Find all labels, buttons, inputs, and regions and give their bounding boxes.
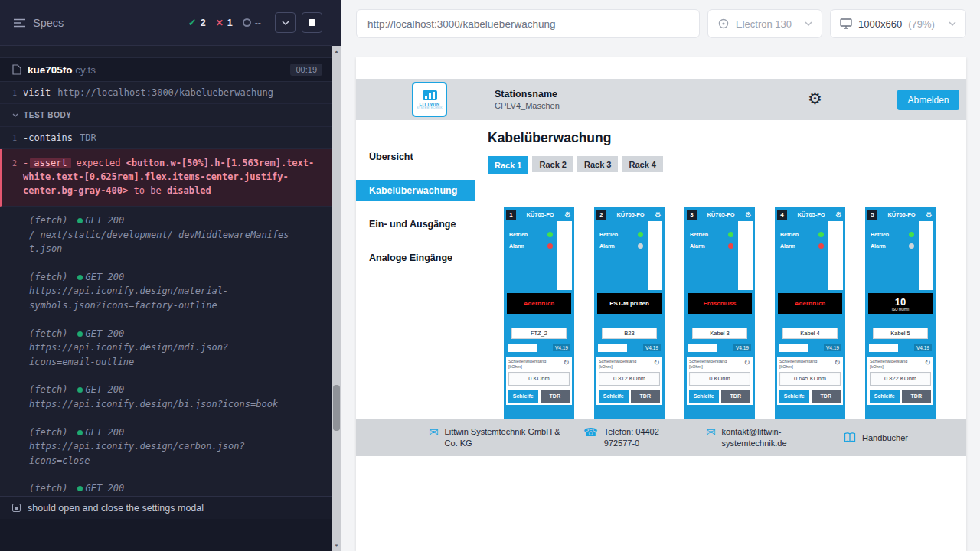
betrieb-led xyxy=(547,232,553,237)
device-gear-icon[interactable]: ⚙ xyxy=(655,211,662,219)
device-display xyxy=(557,221,572,290)
command-log: 1 visit http://localhost:3000/kabelueber… xyxy=(0,82,332,496)
device-cards: 1 KÜ705-FO ⚙ Betrieb Alarm xyxy=(504,207,966,437)
device-gear-icon[interactable]: ⚙ xyxy=(835,211,842,219)
spec-file-icon xyxy=(12,64,21,75)
device-gear-icon[interactable]: ⚙ xyxy=(564,211,571,219)
betrieb-led xyxy=(818,232,824,237)
device-gear-icon[interactable]: ⚙ xyxy=(926,211,933,219)
command-contains[interactable]: 1 -contains TDR xyxy=(0,127,332,149)
spec-header[interactable]: kue705fo.cy.ts 00:19 xyxy=(0,57,332,82)
device-number: 2 xyxy=(596,210,606,220)
tdr-button[interactable]: TDR xyxy=(902,390,932,403)
refresh-icon[interactable]: ↻ xyxy=(925,359,931,367)
fetch-log-entry[interactable]: (fetch)GET 200 /_next/static/development… xyxy=(0,207,332,263)
schleife-button[interactable]: Schleife xyxy=(689,390,719,403)
reporter-scrollbar[interactable]: ▲ ▼ xyxy=(332,0,341,551)
alarm-led xyxy=(909,243,914,249)
version-display xyxy=(869,344,898,352)
footer-manuals[interactable]: Handbücher xyxy=(844,432,908,444)
device-card: 2 KÜ705-FO ⚙ Betrieb Alarm xyxy=(594,207,665,437)
specs-menu-icon[interactable] xyxy=(14,18,25,28)
device-card: 3 KÜ705-FO ⚙ Betrieb Alarm xyxy=(684,207,755,437)
tab-rack-1[interactable]: Rack 1 xyxy=(488,156,528,174)
refresh-icon[interactable]: ↻ xyxy=(835,359,841,367)
footer-email[interactable]: ✉ kontakt@littwin-systemtechnik.de xyxy=(706,426,784,449)
tdr-button[interactable]: TDR xyxy=(541,390,570,403)
version-display xyxy=(688,344,717,352)
fetch-log-entry[interactable]: (fetch)GET 200 https://api.iconify.desig… xyxy=(0,474,332,496)
nav-item-kabelueberwachung[interactable]: Kabelüberwachung xyxy=(356,180,475,201)
scroll-up-arrow[interactable]: ▲ xyxy=(335,46,339,57)
device-display xyxy=(648,221,662,290)
device-model: KÜ705-FO xyxy=(789,211,833,218)
url-input[interactable]: http://localhost:3000/kabelueberwachung xyxy=(356,9,700,38)
schleife-button[interactable]: Schleife xyxy=(599,390,629,403)
cypress-reporter: Specs ✓2 ✕1 -- xyxy=(0,0,332,551)
resistance-panel: Schleifenwiderstand [kOhm]↻ 0.822 KOhm S… xyxy=(867,357,933,405)
device-number: 1 xyxy=(506,210,516,220)
resistance-value[interactable]: 0 KOhm xyxy=(508,372,570,386)
fetch-log-entry[interactable]: (fetch)GET 200 https://api.iconify.desig… xyxy=(0,376,332,418)
fetch-log-entry[interactable]: (fetch)GET 200 https://api.iconify.desig… xyxy=(0,320,332,377)
schleife-button[interactable]: Schleife xyxy=(779,390,809,403)
command-visit[interactable]: 1 visit http://localhost:3000/kabelueber… xyxy=(0,82,332,104)
firmware-version: V4.19 xyxy=(914,344,932,351)
stop-button[interactable] xyxy=(302,12,322,33)
logout-button[interactable]: Abmelden xyxy=(897,90,959,110)
settings-gear-icon[interactable]: ⚙ xyxy=(808,90,822,106)
tdr-button[interactable]: TDR xyxy=(812,390,841,403)
resistance-value[interactable]: 0.645 KOhm xyxy=(779,372,841,386)
schleife-button[interactable]: Schleife xyxy=(870,390,900,403)
spec-name: kue705fo.cy.ts xyxy=(28,64,284,76)
status-display: 10ISO MOhm xyxy=(868,293,933,314)
mail-icon: ✉ xyxy=(429,426,439,438)
fetch-log-entry[interactable]: (fetch)GET 200 https://api.iconify.desig… xyxy=(0,263,332,320)
collapse-button[interactable] xyxy=(275,12,296,33)
fetch-log-entry[interactable]: (fetch)GET 200 https://api.iconify.desig… xyxy=(0,419,332,475)
browser-select[interactable]: Electron 130 xyxy=(707,9,822,38)
resistance-value[interactable]: 0 KOhm xyxy=(689,372,750,386)
scroll-down-arrow[interactable]: ▼ xyxy=(335,540,339,551)
chevron-down-icon xyxy=(12,113,18,117)
resistance-value[interactable]: 0.812 KOhm xyxy=(599,372,660,386)
specs-label[interactable]: Specs xyxy=(33,17,64,29)
app-footer: ✉ Littwin Systemtechnik GmbH & Co. KG ☎ … xyxy=(356,419,966,456)
cable-name: Kabel 4 xyxy=(782,328,838,339)
alarm-led xyxy=(547,243,553,249)
tab-rack-3[interactable]: Rack 3 xyxy=(577,156,618,172)
next-test-row[interactable]: should open and close the settings modal xyxy=(0,496,332,519)
tdr-button[interactable]: TDR xyxy=(631,390,661,403)
nav-item-analoge-eingaenge[interactable]: Analoge Eingänge xyxy=(356,241,475,275)
nav-item-ein-und-ausgaenge[interactable]: Ein- und Ausgänge xyxy=(356,207,475,241)
tdr-button[interactable]: TDR xyxy=(721,390,751,403)
refresh-icon[interactable]: ↻ xyxy=(654,359,660,367)
betrieb-led xyxy=(638,232,643,237)
command-assert-failed[interactable]: 2 -assertexpected <button.w-[50%].h-[1.5… xyxy=(0,149,332,207)
test-body-section[interactable]: TEST BODY xyxy=(0,104,332,127)
littwin-logo: LITTWIN SYSTEMTECHNIK xyxy=(412,82,447,117)
status-display: PST-M prüfen xyxy=(597,293,662,314)
tab-rack-2[interactable]: Rack 2 xyxy=(532,156,573,172)
success-dot-icon xyxy=(77,486,83,491)
nav-item-uebersicht[interactable]: Übersicht xyxy=(356,140,475,174)
status-display: Aderbruch xyxy=(778,293,842,314)
station-label: Stationsname xyxy=(495,89,560,99)
footer-company: ✉ Littwin Systemtechnik GmbH & Co. KG xyxy=(429,426,560,449)
cable-name: B23 xyxy=(602,328,657,339)
device-display xyxy=(828,221,843,290)
resistance-panel: Schleifenwiderstand [kOhm]↻ 0 KOhm Schle… xyxy=(506,357,572,405)
refresh-icon[interactable]: ↻ xyxy=(564,359,570,367)
device-display xyxy=(738,221,753,290)
betrieb-led xyxy=(728,232,733,237)
resistance-value[interactable]: 0.822 KOhm xyxy=(870,372,931,386)
assert-message: -assertexpected <button.w-[50%].h-[1.563… xyxy=(23,156,319,197)
app-header: LITTWIN SYSTEMTECHNIK Stationsname CPLV4… xyxy=(356,79,966,120)
device-gear-icon[interactable]: ⚙ xyxy=(745,211,752,219)
refresh-icon[interactable]: ↻ xyxy=(744,359,750,367)
viewport-select[interactable]: 1000x660 (79%) xyxy=(830,9,966,38)
scrollbar-thumb[interactable] xyxy=(333,385,340,431)
tab-rack-4[interactable]: Rack 4 xyxy=(622,156,662,172)
schleife-button[interactable]: Schleife xyxy=(508,390,538,403)
mail-icon: ✉ xyxy=(706,426,716,438)
